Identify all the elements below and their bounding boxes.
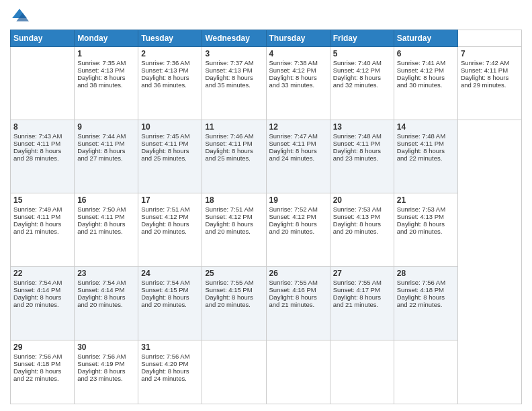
sunrise-text: Sunrise: 7:54 AM	[77, 279, 126, 286]
calendar-cell: 28Sunrise: 7:56 AMSunset: 4:18 PMDayligh…	[394, 267, 457, 340]
sunrise-text: Sunrise: 7:48 AM	[333, 132, 382, 140]
col-header-saturday: Saturday	[394, 30, 457, 47]
sunrise-text: Sunrise: 7:56 AM	[77, 353, 126, 360]
calendar-cell: 3Sunrise: 7:37 AMSunset: 4:13 PMDaylight…	[202, 47, 266, 120]
day-number: 22	[13, 269, 71, 278]
day-number: 18	[205, 195, 263, 205]
col-header-wednesday: Wednesday	[202, 30, 266, 47]
sunrise-text: Sunrise: 7:44 AM	[77, 132, 126, 140]
sunset-text: Sunset: 4:13 PM	[77, 66, 124, 74]
sunset-text: Sunset: 4:18 PM	[13, 360, 60, 367]
daylight-text: Daylight: 8 hours and 32 minutes.	[333, 74, 381, 89]
day-number: 17	[141, 195, 199, 205]
sunrise-text: Sunrise: 7:53 AM	[333, 205, 382, 213]
calendar-cell	[202, 340, 266, 404]
calendar-cell: 16Sunrise: 7:50 AMSunset: 4:11 PMDayligh…	[75, 193, 138, 267]
day-number: 19	[269, 195, 327, 205]
daylight-text: Daylight: 8 hours and 22 minutes.	[13, 367, 61, 382]
daylight-text: Daylight: 8 hours and 20 minutes.	[205, 220, 253, 235]
calendar-cell: 19Sunrise: 7:52 AMSunset: 4:12 PMDayligh…	[266, 193, 330, 267]
sunset-text: Sunset: 4:11 PM	[205, 140, 252, 147]
sunrise-text: Sunrise: 7:36 AM	[141, 59, 189, 66]
daylight-text: Daylight: 8 hours and 20 minutes.	[13, 293, 61, 308]
sunset-text: Sunset: 4:11 PM	[77, 213, 124, 220]
sunset-text: Sunset: 4:11 PM	[77, 140, 124, 147]
sunset-text: Sunset: 4:13 PM	[141, 66, 188, 74]
sunset-text: Sunset: 4:11 PM	[13, 140, 60, 147]
day-number: 5	[333, 49, 391, 58]
calendar-cell: 17Sunrise: 7:51 AMSunset: 4:12 PMDayligh…	[138, 193, 202, 267]
sunrise-text: Sunrise: 7:52 AM	[269, 205, 318, 213]
sunrise-text: Sunrise: 7:43 AM	[13, 132, 62, 140]
col-header-monday: Monday	[75, 30, 138, 47]
sunrise-text: Sunrise: 7:50 AM	[77, 205, 126, 213]
sunrise-text: Sunrise: 7:48 AM	[397, 132, 445, 140]
calendar-cell: 23Sunrise: 7:54 AMSunset: 4:14 PMDayligh…	[75, 267, 138, 340]
day-number: 7	[461, 49, 519, 58]
sunset-text: Sunset: 4:13 PM	[333, 213, 380, 220]
sunset-text: Sunset: 4:13 PM	[205, 66, 252, 74]
sunrise-text: Sunrise: 7:55 AM	[269, 279, 318, 286]
sunrise-text: Sunrise: 7:42 AM	[461, 59, 509, 66]
sunrise-text: Sunrise: 7:53 AM	[397, 205, 445, 213]
sunrise-text: Sunrise: 7:37 AM	[205, 59, 253, 66]
daylight-text: Daylight: 8 hours and 35 minutes.	[205, 74, 253, 89]
sunrise-text: Sunrise: 7:38 AM	[269, 59, 318, 66]
sunset-text: Sunset: 4:16 PM	[269, 286, 316, 293]
calendar-cell: 25Sunrise: 7:55 AMSunset: 4:15 PMDayligh…	[202, 267, 266, 340]
daylight-text: Daylight: 8 hours and 28 minutes.	[13, 147, 61, 162]
daylight-text: Daylight: 8 hours and 29 minutes.	[461, 74, 508, 89]
calendar-cell: 6Sunrise: 7:41 AMSunset: 4:12 PMDaylight…	[394, 47, 457, 120]
sunset-text: Sunset: 4:11 PM	[141, 140, 188, 147]
col-header-friday: Friday	[330, 30, 394, 47]
day-number: 24	[141, 269, 199, 278]
daylight-text: Daylight: 8 hours and 23 minutes.	[333, 147, 381, 162]
daylight-text: Daylight: 8 hours and 23 minutes.	[77, 367, 125, 382]
calendar-cell: 21Sunrise: 7:53 AMSunset: 4:13 PMDayligh…	[394, 193, 457, 267]
calendar-cell: 27Sunrise: 7:55 AMSunset: 4:17 PMDayligh…	[330, 267, 394, 340]
daylight-text: Daylight: 8 hours and 22 minutes.	[397, 147, 445, 162]
sunset-text: Sunset: 4:14 PM	[77, 286, 124, 293]
sunset-text: Sunset: 4:13 PM	[397, 213, 444, 220]
sunrise-text: Sunrise: 7:54 AM	[13, 279, 62, 286]
daylight-text: Daylight: 8 hours and 20 minutes.	[141, 220, 189, 235]
sunrise-text: Sunrise: 7:49 AM	[13, 205, 62, 213]
calendar-cell: 13Sunrise: 7:48 AMSunset: 4:11 PMDayligh…	[330, 120, 394, 193]
sunrise-text: Sunrise: 7:51 AM	[141, 205, 189, 213]
calendar-cell: 7Sunrise: 7:42 AMSunset: 4:11 PMDaylight…	[457, 47, 521, 120]
day-number: 11	[205, 122, 263, 132]
daylight-text: Daylight: 8 hours and 21 minutes.	[13, 220, 61, 235]
col-header-tuesday: Tuesday	[138, 30, 202, 47]
calendar-cell: 24Sunrise: 7:54 AMSunset: 4:15 PMDayligh…	[138, 267, 202, 340]
day-number: 4	[269, 49, 327, 58]
daylight-text: Daylight: 8 hours and 20 minutes.	[205, 293, 253, 308]
sunset-text: Sunset: 4:19 PM	[77, 360, 124, 367]
sunrise-text: Sunrise: 7:56 AM	[13, 353, 62, 360]
sunset-text: Sunset: 4:11 PM	[333, 140, 380, 147]
sunrise-text: Sunrise: 7:46 AM	[205, 132, 253, 140]
calendar-cell: 5Sunrise: 7:40 AMSunset: 4:12 PMDaylight…	[330, 47, 394, 120]
day-number: 28	[397, 269, 455, 278]
day-number: 9	[77, 122, 135, 132]
day-number: 13	[333, 122, 391, 132]
sunrise-text: Sunrise: 7:45 AM	[141, 132, 189, 140]
sunrise-text: Sunrise: 7:35 AM	[77, 59, 126, 66]
sunrise-text: Sunrise: 7:55 AM	[333, 279, 382, 286]
calendar-cell: 10Sunrise: 7:45 AMSunset: 4:11 PMDayligh…	[138, 120, 202, 193]
daylight-text: Daylight: 8 hours and 21 minutes.	[77, 220, 125, 235]
sunset-text: Sunset: 4:12 PM	[269, 66, 316, 74]
sunset-text: Sunset: 4:11 PM	[13, 213, 60, 220]
logo	[10, 7, 32, 26]
sunrise-text: Sunrise: 7:55 AM	[205, 279, 253, 286]
calendar-cell: 8Sunrise: 7:43 AMSunset: 4:11 PMDaylight…	[11, 120, 75, 193]
sunset-text: Sunset: 4:12 PM	[141, 213, 188, 220]
daylight-text: Daylight: 8 hours and 36 minutes.	[141, 74, 189, 89]
day-number: 2	[141, 49, 199, 58]
day-number: 23	[77, 269, 135, 278]
day-number: 3	[205, 49, 263, 58]
calendar-cell: 4Sunrise: 7:38 AMSunset: 4:12 PMDaylight…	[266, 47, 330, 120]
sunset-text: Sunset: 4:12 PM	[333, 66, 380, 74]
calendar-cell: 9Sunrise: 7:44 AMSunset: 4:11 PMDaylight…	[75, 120, 138, 193]
sunset-text: Sunset: 4:11 PM	[269, 140, 316, 147]
sunset-text: Sunset: 4:11 PM	[461, 66, 508, 74]
